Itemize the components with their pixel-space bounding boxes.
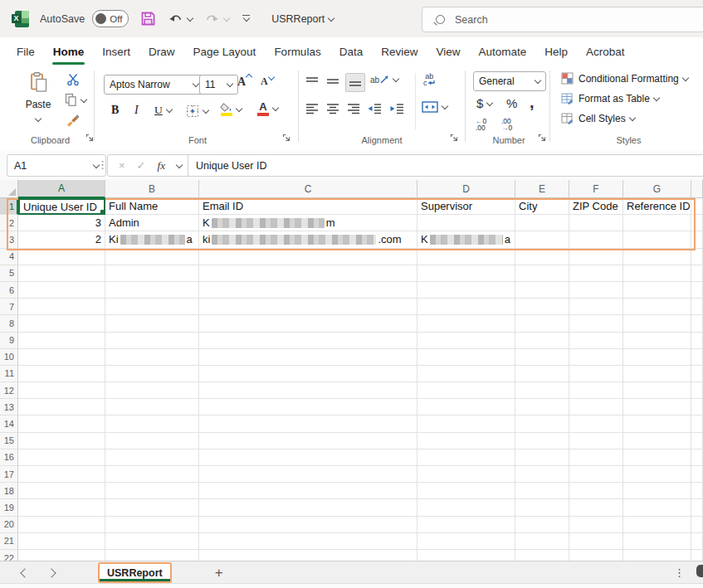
ribbon-tab-page-layout[interactable]: Page Layout <box>184 37 266 66</box>
cancel-button[interactable]: × <box>119 159 125 172</box>
cell-G12[interactable] <box>623 382 691 399</box>
ribbon-tab-formulas[interactable]: Formulas <box>265 37 330 66</box>
cell-B6[interactable] <box>105 282 199 299</box>
cell-A5[interactable] <box>18 265 105 282</box>
sheet-options-button[interactable]: ⋮ <box>674 566 685 579</box>
cell-E15[interactable] <box>515 433 569 450</box>
cell-G20[interactable] <box>623 517 691 533</box>
paste-dropdown-chevron[interactable] <box>35 115 41 122</box>
cell-C3[interactable]: ki.com <box>199 231 417 248</box>
cell-G3[interactable] <box>623 231 691 248</box>
cell-B16[interactable] <box>105 450 199 466</box>
bold-button[interactable]: B <box>111 104 119 117</box>
undo-dropdown-chevron[interactable] <box>187 14 193 21</box>
cell-F22[interactable] <box>569 550 623 561</box>
cell-E21[interactable] <box>515 533 569 550</box>
cell-C5[interactable] <box>199 265 417 282</box>
cell-B15[interactable] <box>105 433 199 450</box>
prev-sheet-button[interactable] <box>20 568 29 577</box>
cell-D6[interactable] <box>417 282 515 299</box>
cell-A21[interactable] <box>18 533 105 550</box>
middle-align-button[interactable] <box>326 76 339 87</box>
clipboard-dialog-launcher[interactable] <box>85 130 94 145</box>
cell-A14[interactable] <box>18 415 105 432</box>
percent-style-button[interactable]: % <box>506 96 517 110</box>
borders-chevron[interactable] <box>203 107 209 114</box>
cell-F11[interactable] <box>569 366 623 382</box>
merge-center-button[interactable] <box>422 101 447 113</box>
fx-chevron[interactable] <box>176 161 183 168</box>
add-sheet-button[interactable]: + <box>215 565 223 581</box>
font-size-select[interactable]: 11 <box>199 75 238 95</box>
cell-B7[interactable] <box>105 299 199 315</box>
cell-E10[interactable] <box>515 349 569 366</box>
cell-F15[interactable] <box>569 433 623 450</box>
cell-D11[interactable] <box>417 366 515 382</box>
decrease-indent-button[interactable] <box>368 103 382 114</box>
bottom-align-button[interactable] <box>345 73 365 92</box>
name-box[interactable]: A1 <box>7 154 106 177</box>
cell-E19[interactable] <box>515 499 569 516</box>
copy-button[interactable] <box>65 93 86 107</box>
align-right-button[interactable] <box>347 103 360 114</box>
cell-A4[interactable] <box>18 249 105 265</box>
increase-font-button[interactable]: A <box>237 75 251 89</box>
cell-C1[interactable]: Email ID <box>199 198 417 215</box>
cell-F18[interactable] <box>569 483 623 499</box>
cell-B21[interactable] <box>105 533 199 550</box>
cell-B14[interactable] <box>105 415 199 432</box>
cell-F7[interactable] <box>569 299 623 315</box>
cell-D2[interactable] <box>417 215 515 231</box>
cell-F14[interactable] <box>569 415 623 432</box>
cell-A6[interactable] <box>18 282 105 299</box>
ribbon-tab-view[interactable]: View <box>427 37 469 66</box>
cell-F6[interactable] <box>569 282 623 299</box>
save-button[interactable] <box>140 11 156 27</box>
formula-input[interactable]: Unique User ID <box>188 154 703 177</box>
underline-chevron[interactable] <box>166 106 173 113</box>
cell-F4[interactable] <box>569 249 623 265</box>
cell-E16[interactable] <box>515 450 569 466</box>
cell-E13[interactable] <box>515 399 569 415</box>
cell-B17[interactable] <box>105 466 199 483</box>
ribbon-tab-automate[interactable]: Automate <box>469 37 535 66</box>
paste-button[interactable]: Paste <box>18 71 58 125</box>
ribbon-tab-data[interactable]: Data <box>330 37 373 66</box>
cell-G10[interactable] <box>623 349 691 366</box>
row-header-15[interactable]: 15 <box>0 433 18 450</box>
autosave-toggle[interactable]: Off <box>92 10 129 27</box>
cell-G14[interactable] <box>623 415 691 432</box>
cell-C6[interactable] <box>199 282 417 299</box>
cell-G8[interactable] <box>623 315 691 332</box>
cell-E20[interactable] <box>515 517 569 533</box>
cell-G15[interactable] <box>623 433 691 450</box>
cell-F20[interactable] <box>569 517 623 533</box>
ribbon-tab-acrobat[interactable]: Acrobat <box>577 37 634 66</box>
italic-button[interactable]: I <box>134 104 139 117</box>
underline-button[interactable]: U <box>154 104 172 117</box>
cell-D18[interactable] <box>417 483 515 499</box>
cell-A16[interactable] <box>18 450 105 466</box>
decrease-decimal-button[interactable]: .00 →0 <box>501 118 512 131</box>
column-header-A[interactable]: A <box>18 180 105 198</box>
column-header-G[interactable]: G <box>623 180 691 198</box>
cell-F9[interactable] <box>569 333 623 349</box>
cell-E8[interactable] <box>515 315 569 332</box>
cell-B3[interactable]: Kia <box>105 231 199 248</box>
cell-G17[interactable] <box>623 466 691 483</box>
quick-access-toolbar-chevron[interactable] <box>242 15 250 23</box>
row-header-9[interactable]: 9 <box>0 333 18 349</box>
cell-E7[interactable] <box>515 299 569 315</box>
cell-D13[interactable] <box>417 399 515 415</box>
row-header-20[interactable]: 20 <box>0 517 18 533</box>
merge-center-chevron[interactable] <box>442 103 448 109</box>
fill-color-chevron[interactable] <box>236 105 242 112</box>
row-header-22[interactable]: 22 <box>0 550 18 561</box>
insert-function-button[interactable]: fx <box>158 159 165 173</box>
row-header-12[interactable]: 12 <box>0 382 18 399</box>
cell-C8[interactable] <box>199 315 417 332</box>
cell-G7[interactable] <box>623 299 691 315</box>
cell-G1[interactable]: Reference ID <box>623 198 691 215</box>
font-dialog-launcher[interactable] <box>282 130 290 145</box>
cell-A1[interactable]: Unique User ID <box>18 198 105 215</box>
